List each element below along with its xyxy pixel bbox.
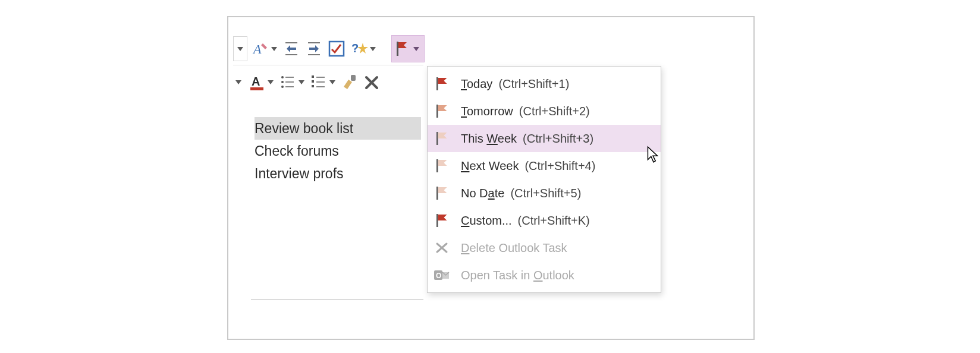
svg-text:O: O: [436, 272, 441, 280]
menu-item-label: This Week: [461, 132, 517, 146]
ribbon-separator: [233, 65, 423, 65]
chevron-down-icon: [235, 80, 241, 84]
menu-item-delete-outlook-task: Delete Outlook Task: [428, 234, 661, 261]
svg-rect-12: [285, 77, 294, 78]
svg-rect-26: [436, 132, 438, 145]
delete-button[interactable]: [363, 70, 382, 94]
flag-icon: [434, 157, 450, 174]
menu-item-label: No Date: [461, 187, 504, 200]
font-color-button[interactable]: A: [247, 70, 275, 94]
svg-rect-14: [285, 81, 294, 83]
svg-rect-20: [312, 75, 314, 78]
svg-rect-8: [397, 42, 398, 56]
numbering-button[interactable]: [309, 70, 337, 94]
svg-text:A: A: [252, 42, 262, 56]
clear-formatting-button[interactable]: A: [251, 37, 278, 61]
outlook-icon: O: [434, 267, 450, 283]
svg-rect-3: [308, 42, 320, 43]
menu-item-this-week[interactable]: This Week(Ctrl+Shift+3): [428, 125, 661, 152]
menu-item-label: Today: [461, 77, 492, 91]
menu-item-shortcut: (Ctrl+Shift+2): [519, 105, 590, 118]
menu-item-shortcut: (Ctrl+Shift+3): [523, 132, 593, 146]
decrease-indent-icon: [282, 39, 301, 58]
flag-icon: [394, 40, 409, 57]
chevron-down-icon: [237, 47, 243, 51]
svg-rect-27: [436, 159, 438, 172]
svg-rect-17: [316, 77, 325, 78]
menu-item-open-task-in-outlook: OOpen Task in Outlook: [428, 261, 661, 289]
svg-rect-4: [308, 54, 320, 55]
app-window: A: [227, 16, 755, 340]
svg-rect-28: [436, 187, 438, 200]
note-line[interactable]: Interview profs: [255, 162, 421, 185]
menu-item-shortcut: (Ctrl+Shift+1): [498, 77, 569, 91]
note-line[interactable]: Review book list: [255, 117, 421, 140]
menu-item-shortcut: (Ctrl+Shift+4): [524, 159, 595, 173]
menu-item-today[interactable]: Today(Ctrl+Shift+1): [428, 70, 661, 97]
svg-point-13: [281, 81, 284, 83]
increase-indent-icon: [304, 39, 323, 58]
menu-item-label: Custom...: [461, 214, 512, 228]
svg-rect-23: [351, 75, 356, 81]
bullets-button[interactable]: [278, 70, 306, 94]
paintbrush-icon: [340, 73, 359, 92]
svg-text:?: ?: [351, 42, 359, 55]
checkbox-icon: [327, 39, 346, 58]
svg-point-11: [281, 76, 284, 78]
split-button-prev[interactable]: [233, 36, 247, 61]
cursor-icon: [646, 146, 659, 163]
chevron-down-icon: [271, 47, 277, 51]
format-painter-button[interactable]: [340, 70, 359, 94]
font-color-icon: A: [247, 73, 266, 92]
svg-rect-25: [436, 105, 438, 118]
svg-rect-16: [285, 86, 294, 87]
chevron-down-icon: [299, 80, 304, 84]
chevron-down-icon: [413, 47, 419, 51]
svg-rect-29: [436, 214, 438, 227]
flag-icon: [434, 75, 450, 92]
bullets-icon: [278, 73, 297, 92]
menu-item-label: Next Week: [461, 159, 519, 173]
clear-formatting-icon: A: [251, 39, 270, 58]
flag-dropdown-menu: Today(Ctrl+Shift+1)Tomorrow(Ctrl+Shift+2…: [427, 66, 661, 293]
x-icon: [434, 239, 450, 256]
menu-item-shortcut: (Ctrl+Shift+5): [510, 187, 581, 200]
svg-text:A: A: [252, 75, 260, 88]
decrease-indent-button[interactable]: [282, 37, 301, 61]
flag-icon: [434, 212, 450, 229]
menu-item-shortcut: (Ctrl+Shift+K): [518, 214, 590, 228]
menu-item-tomorrow[interactable]: Tomorrow(Ctrl+Shift+2): [428, 97, 661, 125]
chevron-down-icon: [329, 80, 335, 84]
svg-rect-21: [312, 80, 314, 83]
note-line[interactable]: Check forums: [255, 140, 421, 162]
find-tags-button[interactable]: ?: [350, 37, 377, 61]
menu-item-label: Tomorrow: [461, 105, 513, 118]
menu-item-label: Open Task in Outlook: [461, 269, 574, 282]
chevron-down-icon: [370, 47, 376, 51]
menu-item-label: Delete Outlook Task: [461, 241, 567, 255]
note-body[interactable]: Review book list Check forums Interview …: [255, 117, 421, 185]
svg-rect-10: [250, 87, 263, 90]
increase-indent-button[interactable]: [304, 37, 323, 61]
svg-rect-1: [285, 42, 297, 43]
flag-icon: [434, 185, 450, 201]
chevron-down-icon: [268, 80, 274, 84]
menu-item-no-date[interactable]: No Date(Ctrl+Shift+5): [428, 179, 661, 207]
svg-rect-2: [285, 54, 297, 55]
svg-rect-24: [436, 77, 438, 90]
svg-rect-18: [316, 81, 325, 83]
numbering-icon: [309, 73, 328, 92]
svg-rect-19: [316, 86, 325, 87]
flag-icon: [434, 130, 450, 147]
svg-rect-22: [312, 85, 314, 87]
flag-icon: [434, 103, 450, 119]
todo-tag-button[interactable]: [327, 37, 346, 61]
menu-item-custom[interactable]: Custom...(Ctrl+Shift+K): [428, 207, 661, 234]
svg-marker-7: [357, 43, 368, 53]
menu-item-next-week[interactable]: Next Week(Ctrl+Shift+4): [428, 152, 661, 179]
note-container-border: [251, 299, 423, 300]
outlook-tasks-flag-button[interactable]: [391, 35, 425, 62]
question-star-icon: ?: [350, 39, 369, 58]
x-icon: [363, 73, 382, 92]
more-split[interactable]: [233, 70, 244, 94]
